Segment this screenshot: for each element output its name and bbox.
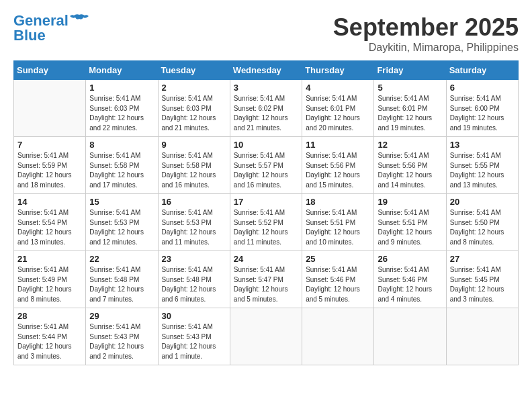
- weekday-header-saturday: Saturday: [446, 61, 518, 80]
- day-info: Sunrise: 5:41 AM Sunset: 5:51 PM Dayligh…: [306, 208, 370, 247]
- day-number: 18: [306, 197, 370, 207]
- calendar-cell: [374, 308, 446, 365]
- calendar-week-row: 14Sunrise: 5:41 AM Sunset: 5:54 PM Dayli…: [14, 194, 519, 251]
- day-number: 2: [162, 83, 226, 93]
- day-info: Sunrise: 5:41 AM Sunset: 5:52 PM Dayligh…: [234, 208, 298, 247]
- day-info: Sunrise: 5:41 AM Sunset: 6:02 PM Dayligh…: [234, 94, 298, 133]
- day-number: 16: [162, 197, 226, 207]
- calendar-cell: 19Sunrise: 5:41 AM Sunset: 5:51 PM Dayli…: [374, 194, 446, 251]
- day-number: 14: [17, 197, 82, 207]
- day-number: 17: [234, 197, 298, 207]
- location-subtitle: Daykitin, Mimaropa, Philippines: [333, 42, 519, 54]
- day-info: Sunrise: 5:41 AM Sunset: 5:58 PM Dayligh…: [162, 151, 226, 190]
- day-number: 4: [306, 83, 370, 93]
- logo-text: General: [13, 13, 69, 28]
- day-info: Sunrise: 5:41 AM Sunset: 5:59 PM Dayligh…: [17, 151, 82, 190]
- logo-blue: Blue: [13, 28, 46, 43]
- day-info: Sunrise: 5:41 AM Sunset: 5:57 PM Dayligh…: [234, 151, 298, 190]
- day-info: Sunrise: 5:41 AM Sunset: 5:43 PM Dayligh…: [162, 322, 226, 361]
- day-number: 10: [234, 140, 298, 150]
- day-info: Sunrise: 5:41 AM Sunset: 5:46 PM Dayligh…: [378, 265, 442, 304]
- calendar-cell: 29Sunrise: 5:41 AM Sunset: 5:43 PM Dayli…: [86, 308, 158, 365]
- calendar-cell: 9Sunrise: 5:41 AM Sunset: 5:58 PM Daylig…: [158, 137, 230, 194]
- day-info: Sunrise: 5:41 AM Sunset: 6:00 PM Dayligh…: [450, 94, 515, 133]
- day-number: 26: [378, 254, 442, 264]
- day-number: 24: [234, 254, 298, 264]
- day-number: 1: [89, 83, 154, 93]
- calendar-cell: 28Sunrise: 5:41 AM Sunset: 5:44 PM Dayli…: [14, 308, 86, 365]
- calendar-cell: 2Sunrise: 5:41 AM Sunset: 6:03 PM Daylig…: [158, 80, 230, 137]
- weekday-header-monday: Monday: [86, 61, 158, 80]
- calendar-cell: 23Sunrise: 5:41 AM Sunset: 5:48 PM Dayli…: [158, 251, 230, 308]
- day-number: 12: [378, 140, 442, 150]
- day-number: 20: [450, 197, 515, 207]
- calendar-cell: 11Sunrise: 5:41 AM Sunset: 5:56 PM Dayli…: [302, 137, 374, 194]
- day-info: Sunrise: 5:41 AM Sunset: 5:43 PM Dayligh…: [89, 322, 154, 361]
- calendar-cell: 26Sunrise: 5:41 AM Sunset: 5:46 PM Dayli…: [374, 251, 446, 308]
- calendar-table: SundayMondayTuesdayWednesdayThursdayFrid…: [13, 60, 519, 365]
- day-number: 22: [89, 254, 154, 264]
- day-number: 11: [306, 140, 370, 150]
- calendar-cell: 5Sunrise: 5:41 AM Sunset: 6:01 PM Daylig…: [374, 80, 446, 137]
- calendar-cell: 6Sunrise: 5:41 AM Sunset: 6:00 PM Daylig…: [446, 80, 518, 137]
- calendar-cell: 16Sunrise: 5:41 AM Sunset: 5:53 PM Dayli…: [158, 194, 230, 251]
- day-info: Sunrise: 5:41 AM Sunset: 5:48 PM Dayligh…: [162, 265, 226, 304]
- day-info: Sunrise: 5:41 AM Sunset: 6:01 PM Dayligh…: [378, 94, 442, 133]
- calendar-cell: 4Sunrise: 5:41 AM Sunset: 6:01 PM Daylig…: [302, 80, 374, 137]
- day-info: Sunrise: 5:41 AM Sunset: 5:51 PM Dayligh…: [378, 208, 442, 247]
- calendar-cell: 14Sunrise: 5:41 AM Sunset: 5:54 PM Dayli…: [14, 194, 86, 251]
- calendar-cell: 7Sunrise: 5:41 AM Sunset: 5:59 PM Daylig…: [14, 137, 86, 194]
- weekday-header-thursday: Thursday: [302, 61, 374, 80]
- calendar-week-row: 21Sunrise: 5:41 AM Sunset: 5:49 PM Dayli…: [14, 251, 519, 308]
- logo: General Blue: [13, 13, 89, 43]
- calendar-cell: 17Sunrise: 5:41 AM Sunset: 5:52 PM Dayli…: [230, 194, 302, 251]
- title-section: September 2025 Daykitin, Mimaropa, Phili…: [333, 13, 519, 54]
- calendar-week-row: 28Sunrise: 5:41 AM Sunset: 5:44 PM Dayli…: [14, 308, 519, 365]
- month-title: September 2025: [333, 13, 519, 42]
- calendar-cell: 25Sunrise: 5:41 AM Sunset: 5:46 PM Dayli…: [302, 251, 374, 308]
- calendar-cell: [302, 308, 374, 365]
- weekday-header-wednesday: Wednesday: [230, 61, 302, 80]
- calendar-cell: 18Sunrise: 5:41 AM Sunset: 5:51 PM Dayli…: [302, 194, 374, 251]
- day-info: Sunrise: 5:41 AM Sunset: 5:56 PM Dayligh…: [378, 151, 442, 190]
- day-info: Sunrise: 5:41 AM Sunset: 5:55 PM Dayligh…: [450, 151, 515, 190]
- day-number: 23: [162, 254, 226, 264]
- day-number: 27: [450, 254, 515, 264]
- calendar-cell: [14, 80, 86, 137]
- day-info: Sunrise: 5:41 AM Sunset: 6:03 PM Dayligh…: [89, 94, 154, 133]
- day-info: Sunrise: 5:41 AM Sunset: 5:49 PM Dayligh…: [17, 265, 82, 304]
- day-number: 15: [89, 197, 154, 207]
- day-info: Sunrise: 5:41 AM Sunset: 5:54 PM Dayligh…: [17, 208, 82, 247]
- day-number: 8: [89, 140, 154, 150]
- calendar-cell: 13Sunrise: 5:41 AM Sunset: 5:55 PM Dayli…: [446, 137, 518, 194]
- calendar-week-row: 1Sunrise: 5:41 AM Sunset: 6:03 PM Daylig…: [14, 80, 519, 137]
- day-number: 21: [17, 254, 82, 264]
- calendar-cell: 10Sunrise: 5:41 AM Sunset: 5:57 PM Dayli…: [230, 137, 302, 194]
- day-info: Sunrise: 5:41 AM Sunset: 5:56 PM Dayligh…: [306, 151, 370, 190]
- calendar-cell: 12Sunrise: 5:41 AM Sunset: 5:56 PM Dayli…: [374, 137, 446, 194]
- day-number: 9: [162, 140, 226, 150]
- day-info: Sunrise: 5:41 AM Sunset: 5:50 PM Dayligh…: [450, 208, 515, 247]
- calendar-cell: 24Sunrise: 5:41 AM Sunset: 5:47 PM Dayli…: [230, 251, 302, 308]
- day-info: Sunrise: 5:41 AM Sunset: 5:48 PM Dayligh…: [89, 265, 154, 304]
- day-number: 6: [450, 83, 515, 93]
- day-info: Sunrise: 5:41 AM Sunset: 5:53 PM Dayligh…: [89, 208, 154, 247]
- day-number: 29: [89, 311, 154, 321]
- calendar-header-row: SundayMondayTuesdayWednesdayThursdayFrid…: [14, 61, 519, 80]
- calendar-cell: 20Sunrise: 5:41 AM Sunset: 5:50 PM Dayli…: [446, 194, 518, 251]
- calendar-cell: [446, 308, 518, 365]
- weekday-header-friday: Friday: [374, 61, 446, 80]
- day-number: 19: [378, 197, 442, 207]
- calendar-week-row: 7Sunrise: 5:41 AM Sunset: 5:59 PM Daylig…: [14, 137, 519, 194]
- page-header: General Blue September 2025 Daykitin, Mi…: [13, 13, 519, 54]
- day-info: Sunrise: 5:41 AM Sunset: 5:45 PM Dayligh…: [450, 265, 515, 304]
- calendar-cell: 1Sunrise: 5:41 AM Sunset: 6:03 PM Daylig…: [86, 80, 158, 137]
- day-info: Sunrise: 5:41 AM Sunset: 5:46 PM Dayligh…: [306, 265, 370, 304]
- weekday-header-sunday: Sunday: [14, 61, 86, 80]
- logo-bird-icon: [70, 13, 89, 26]
- day-number: 3: [234, 83, 298, 93]
- day-info: Sunrise: 5:41 AM Sunset: 6:03 PM Dayligh…: [162, 94, 226, 133]
- calendar-cell: [230, 308, 302, 365]
- day-info: Sunrise: 5:41 AM Sunset: 5:58 PM Dayligh…: [89, 151, 154, 190]
- weekday-header-tuesday: Tuesday: [158, 61, 230, 80]
